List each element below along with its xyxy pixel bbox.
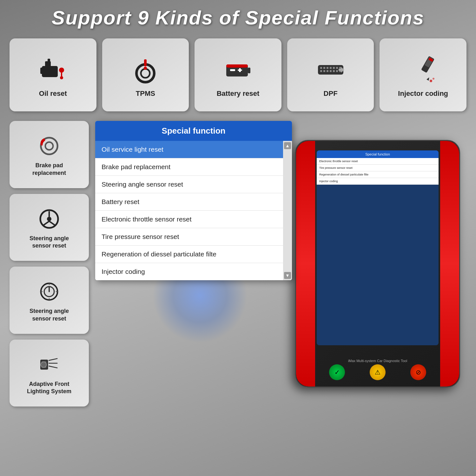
afs-card: Adaptive Front Lighting System bbox=[10, 340, 89, 407]
steering-angle2-card: Steering angle sensor reset bbox=[10, 267, 89, 334]
svg-rect-3 bbox=[48, 59, 50, 63]
brake-pad-label: Brake pad replacement bbox=[32, 162, 66, 177]
device-left-accent bbox=[296, 141, 315, 387]
injector-icon bbox=[409, 53, 437, 85]
device-list-item-1: Electronic throttle sensor reset bbox=[317, 158, 439, 165]
svg-marker-36 bbox=[426, 77, 430, 81]
svg-rect-25 bbox=[320, 70, 322, 72]
stop-icon: ⊘ bbox=[416, 368, 421, 376]
tpms-label: TPMS bbox=[136, 89, 155, 98]
svg-rect-16 bbox=[238, 69, 242, 71]
battery-reset-label: Battery reset bbox=[217, 89, 260, 98]
device-right-accent bbox=[440, 141, 459, 387]
svg-rect-23 bbox=[336, 67, 338, 69]
battery-icon bbox=[224, 53, 252, 85]
svg-rect-21 bbox=[330, 67, 332, 69]
svg-rect-29 bbox=[333, 70, 335, 72]
svg-rect-26 bbox=[323, 70, 325, 72]
special-function-panel: Special function Oil service light reset… bbox=[95, 121, 292, 280]
device-buttons-row: ✓ ⚠ ⊘ bbox=[317, 364, 439, 380]
list-item-brake-pad[interactable]: Brake pad replacement bbox=[95, 158, 283, 176]
svg-rect-22 bbox=[333, 67, 335, 69]
svg-point-10 bbox=[144, 67, 147, 70]
svg-line-53 bbox=[49, 359, 57, 360]
svg-line-55 bbox=[49, 366, 57, 368]
check-icon: ✓ bbox=[334, 368, 340, 376]
brake-pad-card: Brake pad replacement bbox=[10, 121, 89, 188]
dpf-label: DPF bbox=[324, 89, 338, 98]
page-title: Support 9 Kinds of Special Functions bbox=[10, 6, 466, 29]
device-stop-button[interactable]: ⊘ bbox=[410, 364, 426, 380]
svg-rect-1 bbox=[40, 68, 43, 74]
svg-rect-28 bbox=[330, 70, 332, 72]
list-item-steering[interactable]: Steering angle sensor reset bbox=[95, 176, 283, 193]
oil-reset-label: Oil reset bbox=[39, 89, 67, 98]
svg-line-45 bbox=[49, 221, 55, 225]
steering-angle2-label: Steering angle sensor reset bbox=[30, 307, 69, 322]
svg-rect-13 bbox=[226, 64, 248, 68]
list-item-throttle[interactable]: Electronic throttle sensor reset bbox=[95, 211, 283, 228]
left-icons-col: Brake pad replacement Steering angle sen… bbox=[10, 121, 89, 407]
svg-rect-18 bbox=[320, 67, 322, 69]
svg-rect-0 bbox=[42, 66, 58, 77]
battery-reset-card: Battery reset bbox=[195, 38, 281, 111]
svg-rect-19 bbox=[323, 67, 325, 69]
svg-point-4 bbox=[59, 68, 64, 73]
list-item-dpf[interactable]: Regeneration of diessel particulate filt… bbox=[95, 246, 283, 263]
steering-angle-label: Steering angle sensor reset bbox=[30, 235, 69, 250]
center-area: Special function Oil service light reset… bbox=[95, 121, 466, 407]
steering-angle-card: Steering angle sensor reset bbox=[10, 194, 89, 261]
dial-icon bbox=[38, 279, 60, 304]
steering-wheel-icon bbox=[38, 206, 60, 232]
device-body: Special function Electronic throttle sen… bbox=[295, 140, 460, 387]
special-function-list: Oil service light reset Brake pad replac… bbox=[95, 141, 283, 280]
list-item-battery[interactable]: Battery reset bbox=[95, 193, 283, 211]
svg-rect-30 bbox=[336, 70, 338, 72]
bottom-section: Brake pad replacement Steering angle sen… bbox=[10, 121, 466, 407]
list-item-oil-service[interactable]: Oil service light reset bbox=[95, 141, 283, 158]
afs-label: Adaptive Front Lighting System bbox=[27, 380, 71, 395]
svg-point-6 bbox=[60, 76, 63, 79]
device-screen: Special function Electronic throttle sen… bbox=[317, 150, 439, 345]
device-list-item-2: Tire pressure sensor reset bbox=[317, 165, 439, 171]
svg-point-8 bbox=[141, 69, 150, 78]
device-bottom-label: iMax Multi-system Car Diagnostic Tool bbox=[317, 359, 439, 363]
injector-coding-label: Injector coding bbox=[398, 89, 448, 98]
scroll-down-btn[interactable]: ▼ bbox=[284, 272, 291, 279]
list-item-tire[interactable]: Tire pressure sensor reset bbox=[95, 228, 283, 246]
device-list-item-4: Injector coding bbox=[317, 178, 439, 185]
device-screen-header: Special function bbox=[317, 150, 439, 158]
device-screen-list: Electronic throttle sensor reset Tire pr… bbox=[317, 158, 439, 185]
scroll-up-btn[interactable]: ▲ bbox=[284, 142, 291, 149]
tpms-icon bbox=[131, 53, 160, 85]
svg-point-37 bbox=[430, 80, 432, 82]
svg-point-40 bbox=[45, 142, 53, 150]
oil-reset-card: Oil reset bbox=[10, 38, 96, 111]
svg-rect-12 bbox=[248, 68, 250, 73]
special-function-header: Special function bbox=[95, 121, 292, 141]
device-check-button[interactable]: ✓ bbox=[329, 364, 345, 380]
scrollbar: ▲ ▼ bbox=[283, 141, 292, 280]
svg-line-44 bbox=[44, 221, 50, 225]
panel-body: Oil service light reset Brake pad replac… bbox=[95, 141, 292, 280]
afs-icon bbox=[38, 352, 60, 377]
device-list-item-3: Regeneration of diessel particulate filt… bbox=[317, 171, 439, 178]
dpf-icon bbox=[316, 53, 345, 85]
svg-rect-20 bbox=[327, 67, 328, 69]
top-icons-row: Oil reset TPMS bbox=[10, 38, 466, 111]
tpms-card: TPMS bbox=[102, 38, 189, 111]
list-item-injector[interactable]: Injector coding bbox=[95, 263, 283, 280]
svg-rect-14 bbox=[230, 69, 235, 71]
svg-rect-24 bbox=[339, 67, 341, 69]
svg-rect-27 bbox=[327, 70, 328, 72]
oil-icon bbox=[39, 53, 67, 85]
svg-rect-9 bbox=[144, 59, 147, 66]
injector-coding-card: Injector coding bbox=[380, 38, 466, 111]
dpf-card: DPF bbox=[287, 38, 374, 111]
warn-icon: ⚠ bbox=[375, 368, 380, 376]
device-warn-button[interactable]: ⚠ bbox=[370, 364, 386, 380]
svg-point-38 bbox=[433, 78, 434, 80]
svg-point-42 bbox=[47, 217, 51, 221]
brake-pad-icon bbox=[38, 133, 60, 159]
device-container: Special function Electronic throttle sen… bbox=[295, 140, 476, 400]
